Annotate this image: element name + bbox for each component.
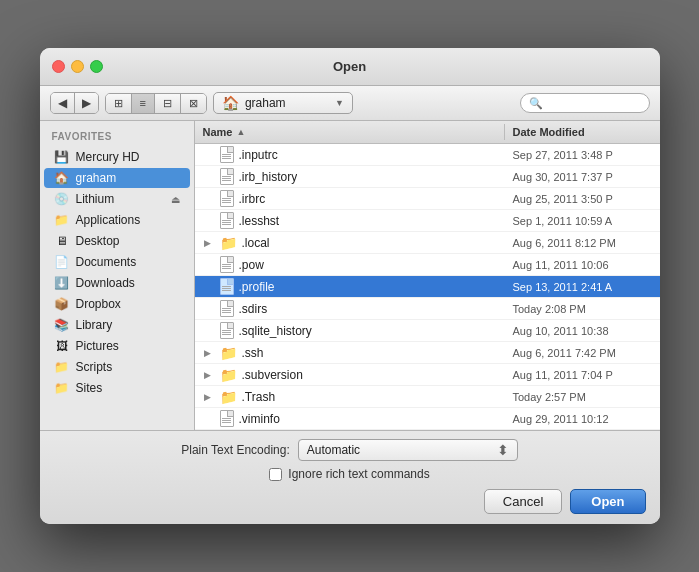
view-list-button[interactable]: ≡ — [132, 94, 155, 113]
table-row[interactable]: ▶📁.sshAug 6, 2011 7:42 PM — [195, 342, 660, 364]
table-row[interactable]: .irbrcAug 25, 2011 3:50 P — [195, 188, 660, 210]
file-date-label: Today 2:08 PM — [505, 301, 660, 317]
sidebar: FAVORITES 💾 Mercury HD 🏠 graham 💿 Lithiu… — [40, 121, 195, 430]
encoding-label: Plain Text Encoding: — [181, 443, 290, 457]
search-input[interactable] — [547, 96, 641, 110]
file-date-label: Sep 27, 2011 3:48 P — [505, 147, 660, 163]
sidebar-item-dropbox[interactable]: 📦 Dropbox — [44, 294, 190, 314]
sidebar-item-downloads[interactable]: ⬇️ Downloads — [44, 273, 190, 293]
sidebar-item-scripts[interactable]: 📁 Scripts — [44, 357, 190, 377]
file-rows: .inputrcSep 27, 2011 3:48 P.irb_historyA… — [195, 144, 660, 430]
sort-arrow-icon: ▲ — [236, 127, 245, 137]
sidebar-label-documents: Documents — [76, 255, 137, 269]
back-button[interactable]: ◀ — [51, 93, 75, 113]
col-name-header[interactable]: Name ▲ — [195, 124, 505, 140]
file-icon — [220, 256, 234, 273]
table-row[interactable]: .irb_historyAug 30, 2011 7:37 P — [195, 166, 660, 188]
disk-icon: 💿 — [54, 191, 70, 207]
table-row[interactable]: ▶📁.subversionAug 11, 2011 7:04 P — [195, 364, 660, 386]
search-box: 🔍 — [520, 93, 650, 113]
sidebar-label-downloads: Downloads — [76, 276, 135, 290]
window-title: Open — [333, 59, 366, 74]
sidebar-item-sites[interactable]: 📁 Sites — [44, 378, 190, 398]
location-dropdown[interactable]: 🏠 graham ▼ — [213, 92, 353, 114]
button-row: Cancel Open — [54, 489, 646, 514]
table-row[interactable]: .powAug 11, 2011 10:06 — [195, 254, 660, 276]
sidebar-label-applications: Applications — [76, 213, 141, 227]
location-folder-icon: 🏠 — [222, 95, 239, 111]
sidebar-item-documents[interactable]: 📄 Documents — [44, 252, 190, 272]
file-name-label: .subversion — [242, 368, 303, 382]
ignore-rich-text-label[interactable]: Ignore rich text commands — [288, 467, 429, 481]
documents-icon: 📄 — [54, 254, 70, 270]
sidebar-label-sites: Sites — [76, 381, 103, 395]
sidebar-label-scripts: Scripts — [76, 360, 113, 374]
table-row[interactable]: .sdirsToday 2:08 PM — [195, 298, 660, 320]
sidebar-label-desktop: Desktop — [76, 234, 120, 248]
sidebar-section-label: FAVORITES — [40, 129, 194, 146]
cancel-button[interactable]: Cancel — [484, 489, 562, 514]
view-coverflow-button[interactable]: ⊠ — [181, 94, 206, 113]
view-buttons: ⊞ ≡ ⊟ ⊠ — [105, 93, 207, 114]
open-dialog: Open ◀ ▶ ⊞ ≡ ⊟ ⊠ 🏠 graham ▼ 🔍 FAVORITES — [40, 48, 660, 524]
encoding-arrow-icon: ⬍ — [497, 442, 509, 458]
file-list-header: Name ▲ Date Modified — [195, 121, 660, 144]
file-name-label: .viminfo — [239, 412, 280, 426]
file-icon — [220, 300, 234, 317]
scripts-icon: 📁 — [54, 359, 70, 375]
file-icon — [220, 278, 234, 295]
file-date-label: Aug 29, 2011 10:12 — [505, 411, 660, 427]
table-row[interactable]: .profileSep 13, 2011 2:41 A — [195, 276, 660, 298]
sidebar-item-applications[interactable]: 📁 Applications — [44, 210, 190, 230]
file-icon — [220, 212, 234, 229]
ignore-rich-text-checkbox[interactable] — [269, 468, 282, 481]
table-row[interactable]: .viminfoAug 29, 2011 10:12 — [195, 408, 660, 430]
open-button[interactable]: Open — [570, 489, 645, 514]
location-label: graham — [245, 96, 329, 110]
sidebar-item-graham[interactable]: 🏠 graham — [44, 168, 190, 188]
sidebar-item-mercury-hd[interactable]: 💾 Mercury HD — [44, 147, 190, 167]
minimize-button[interactable] — [71, 60, 84, 73]
home-icon: 🏠 — [54, 170, 70, 186]
traffic-lights — [52, 60, 103, 73]
file-icon — [220, 168, 234, 185]
sidebar-item-desktop[interactable]: 🖥 Desktop — [44, 231, 190, 251]
sidebar-item-pictures[interactable]: 🖼 Pictures — [44, 336, 190, 356]
expand-icon[interactable]: ▶ — [201, 238, 215, 248]
forward-button[interactable]: ▶ — [75, 93, 98, 113]
sites-icon: 📁 — [54, 380, 70, 396]
expand-icon[interactable]: ▶ — [201, 348, 215, 358]
file-date-label: Sep 1, 2011 10:59 A — [505, 213, 660, 229]
file-icon — [220, 190, 234, 207]
view-icons-button[interactable]: ⊞ — [106, 94, 132, 113]
search-icon: 🔍 — [529, 97, 543, 110]
col-date-header[interactable]: Date Modified — [505, 124, 660, 140]
maximize-button[interactable] — [90, 60, 103, 73]
folder-icon: 📁 — [220, 345, 237, 361]
file-date-label: Aug 6, 2011 8:12 PM — [505, 235, 660, 251]
file-name-label: .irbrc — [239, 192, 266, 206]
expand-icon[interactable]: ▶ — [201, 392, 215, 402]
table-row[interactable]: ▶📁.localAug 6, 2011 8:12 PM — [195, 232, 660, 254]
table-row[interactable]: ▶📁.TrashToday 2:57 PM — [195, 386, 660, 408]
table-row[interactable]: .inputrcSep 27, 2011 3:48 P — [195, 144, 660, 166]
sidebar-label-graham: graham — [76, 171, 117, 185]
sidebar-item-lithium[interactable]: 💿 Lithium ⏏ — [44, 189, 190, 209]
file-name-label: .ssh — [242, 346, 264, 360]
folder-icon: 📁 — [220, 235, 237, 251]
file-name-label: .inputrc — [239, 148, 278, 162]
encoding-dropdown[interactable]: Automatic ⬍ — [298, 439, 518, 461]
sidebar-item-library[interactable]: 📚 Library — [44, 315, 190, 335]
desktop-icon: 🖥 — [54, 233, 70, 249]
hd-icon: 💾 — [54, 149, 70, 165]
close-button[interactable] — [52, 60, 65, 73]
table-row[interactable]: .sqlite_historyAug 10, 2011 10:38 — [195, 320, 660, 342]
file-name-label: .profile — [239, 280, 275, 294]
view-columns-button[interactable]: ⊟ — [155, 94, 181, 113]
dropbox-icon: 📦 — [54, 296, 70, 312]
table-row[interactable]: .lesshstSep 1, 2011 10:59 A — [195, 210, 660, 232]
file-name-label: .local — [242, 236, 270, 250]
file-list-area[interactable]: Name ▲ Date Modified .inputrcSep 27, 201… — [195, 121, 660, 430]
expand-icon[interactable]: ▶ — [201, 370, 215, 380]
file-date-label: Aug 30, 2011 7:37 P — [505, 169, 660, 185]
